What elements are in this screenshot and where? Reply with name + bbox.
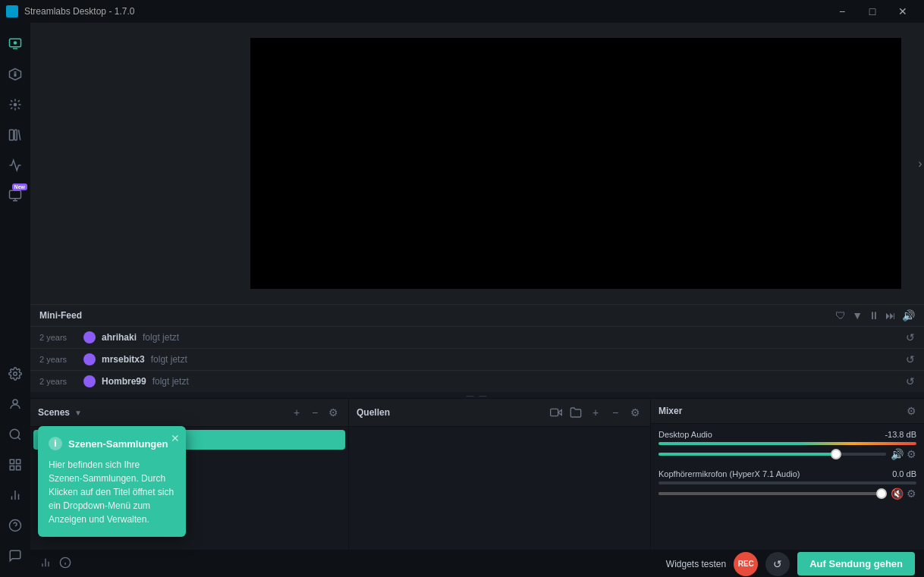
track-1-controls: 🔊 ⚙ xyxy=(658,448,916,460)
sidebar-item-settings[interactable] xyxy=(2,360,29,387)
go-live-button[interactable]: Auf Sendung gehen xyxy=(797,552,915,575)
sidebar-item-layout[interactable] xyxy=(2,451,29,478)
scenes-caret[interactable]: ▼ xyxy=(74,409,82,417)
reset-button[interactable]: ↺ xyxy=(765,552,790,576)
sources-folder-button[interactable] xyxy=(568,405,583,420)
track-2-action-controls: 🔇 ⚙ xyxy=(891,488,916,500)
track-1-settings-button[interactable]: ⚙ xyxy=(907,448,916,460)
maximize-button[interactable]: □ xyxy=(857,0,888,23)
mixer-track-desktop-audio: Desktop Audio -13.8 dB xyxy=(658,430,916,460)
volume-icon[interactable]: 🔊 xyxy=(902,309,915,321)
tooltip-title: Szenen-Sammlungen xyxy=(68,438,168,450)
pause-icon[interactable]: ⏸ xyxy=(869,309,879,321)
track-1-action-controls: 🔊 ⚙ xyxy=(891,448,916,460)
sidebar-item-analytics[interactable] xyxy=(2,152,29,179)
tooltip-body: Hier befinden sich Ihre Szenen-Sammlunge… xyxy=(49,458,175,526)
info-icon[interactable] xyxy=(59,557,71,571)
track-1-name: Desktop Audio xyxy=(658,430,712,439)
title-bar-left: Streamlabs Desktop - 1.7.0 xyxy=(6,5,134,17)
tooltip-close-button[interactable]: ✕ xyxy=(171,432,180,444)
close-button[interactable]: ✕ xyxy=(888,0,918,23)
content-area: › Mini-Feed 🛡 ▼ ⏸ ⏭ 🔊 2 years xyxy=(30,23,924,577)
sidebar-item-alertbox[interactable] xyxy=(2,61,29,88)
mixer-settings-button[interactable]: ⚙ xyxy=(907,405,916,417)
feed-time-3: 2 years xyxy=(39,377,77,386)
widgets-test-button[interactable]: Widgets testen xyxy=(666,559,726,569)
minimize-button[interactable]: − xyxy=(827,0,857,23)
bottom-panel: Scenes ▼ + − ⚙ New SceneT i xyxy=(30,398,924,550)
sidebar-item-integrations[interactable] xyxy=(2,91,29,118)
svg-rect-14 xyxy=(10,459,14,463)
remove-scene-button[interactable]: − xyxy=(307,405,322,420)
sources-settings-button[interactable]: ⚙ xyxy=(627,405,643,420)
scenes-settings-button[interactable]: ⚙ xyxy=(325,405,341,420)
scene-collections-tooltip: i Szenen-Sammlungen Hier befinden sich I… xyxy=(38,426,186,537)
feed-time-2: 2 years xyxy=(39,355,77,364)
scenes-panel: Scenes ▼ + − ⚙ New SceneT i xyxy=(30,399,349,550)
sources-panel-header: Quellen + − xyxy=(349,399,650,427)
track-2-settings-button[interactable]: ⚙ xyxy=(907,488,916,500)
mixer-track-headphone: Kopfhörermikrofon (HyperX 7.1 Audio) 0.0… xyxy=(658,469,916,500)
track-2-slider[interactable] xyxy=(658,492,886,495)
svg-rect-3 xyxy=(14,74,17,77)
track-1-mute-button[interactable]: 🔊 xyxy=(891,448,904,460)
svg-rect-8 xyxy=(10,190,21,199)
svg-rect-6 xyxy=(10,130,14,140)
svg-point-13 xyxy=(10,429,19,438)
track-2-level xyxy=(658,481,916,484)
mini-feed-controls: 🛡 ▼ ⏸ ⏭ 🔊 xyxy=(835,309,915,321)
mini-feed-title: Mini-Feed xyxy=(39,310,82,321)
window-controls: − □ ✕ xyxy=(827,0,918,23)
sources-camera-button[interactable] xyxy=(548,405,564,420)
app-logo xyxy=(6,5,18,17)
sidebar-item-search[interactable] xyxy=(2,421,29,448)
resize-handle[interactable]: — — xyxy=(30,392,924,398)
collapse-right-button[interactable]: › xyxy=(918,157,922,171)
track-2-mute-button[interactable]: 🔇 xyxy=(891,488,904,500)
feed-refresh-3[interactable]: ↺ xyxy=(906,375,915,387)
mixer-track-1-header: Desktop Audio -13.8 dB xyxy=(658,430,916,439)
sidebar-item-stats[interactable] xyxy=(2,481,29,509)
sidebar-bottom xyxy=(2,360,29,577)
app-title: Streamlabs Desktop - 1.7.0 xyxy=(24,6,134,17)
feed-user-3: Hombre99 xyxy=(102,376,146,387)
filter-icon[interactable]: ▼ xyxy=(852,309,863,321)
sidebar-item-marketplace[interactable]: New xyxy=(2,182,29,209)
sidebar-item-profile[interactable] xyxy=(2,390,29,418)
status-bar-left xyxy=(39,557,71,571)
track-2-controls: 🔇 ⚙ xyxy=(658,488,916,500)
skip-icon[interactable]: ⏭ xyxy=(885,309,896,321)
feed-item-3: 2 years Hombre99 folgt jetzt ↺ xyxy=(30,370,924,392)
scenes-panel-header: Scenes ▼ + − ⚙ xyxy=(30,399,348,427)
sidebar: New xyxy=(0,23,30,577)
feed-refresh-1[interactable]: ↺ xyxy=(906,331,915,343)
sidebar-item-help[interactable] xyxy=(2,512,29,539)
mixer-panel-content: Desktop Audio -13.8 dB xyxy=(651,424,924,550)
sidebar-item-library[interactable] xyxy=(2,121,29,149)
feed-action-2: folgt jetzt xyxy=(151,354,187,365)
feed-refresh-2[interactable]: ↺ xyxy=(906,353,915,365)
shield-icon[interactable]: 🛡 xyxy=(835,309,846,321)
sidebar-item-editor[interactable] xyxy=(2,30,29,58)
track-1-level xyxy=(658,442,916,445)
feed-action-1: folgt jetzt xyxy=(143,332,179,343)
record-button[interactable]: REC xyxy=(734,552,758,576)
add-source-button[interactable]: + xyxy=(588,405,603,420)
mixer-track-2-header: Kopfhörermikrofon (HyperX 7.1 Audio) 0.0… xyxy=(658,469,916,478)
app-layout: New xyxy=(0,23,924,577)
bar-chart-icon[interactable] xyxy=(39,557,52,571)
feed-user-1: ahrihaki xyxy=(102,332,137,343)
add-scene-button[interactable]: + xyxy=(289,405,304,420)
scenes-list-preview xyxy=(30,23,235,304)
track-1-slider[interactable] xyxy=(658,453,886,456)
mixer-panel-header: Mixer ⚙ xyxy=(651,399,924,424)
svg-rect-17 xyxy=(17,466,20,470)
remove-source-button[interactable]: − xyxy=(608,405,623,420)
svg-rect-16 xyxy=(10,466,14,470)
tooltip-header: i Szenen-Sammlungen xyxy=(49,437,175,450)
track-2-db: 0.0 dB xyxy=(892,469,916,478)
mixer-panel: Mixer ⚙ Desktop Audio -13.8 dB xyxy=(651,399,924,550)
mini-feed-header: Mini-Feed 🛡 ▼ ⏸ ⏭ 🔊 xyxy=(30,305,924,326)
preview-canvas xyxy=(250,38,901,289)
sidebar-item-feedback[interactable] xyxy=(2,542,29,569)
